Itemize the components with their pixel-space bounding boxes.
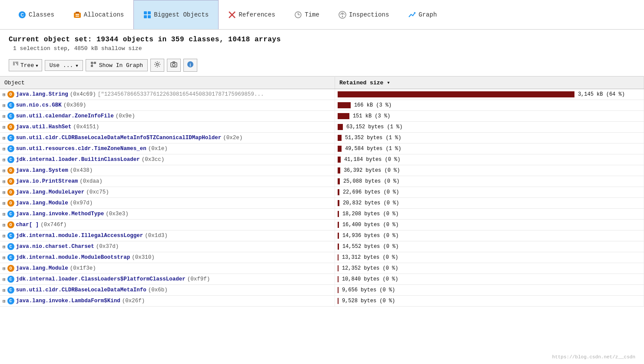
expand-icon[interactable]: ⊞	[3, 255, 6, 260]
retained-label: 10,840 bytes (0 %)	[342, 276, 398, 282]
camera-button[interactable]	[167, 59, 181, 72]
nav-allocations[interactable]: Allocations	[64, 0, 133, 29]
object-name: sun.util.cldr.CLDRBaseLocaleDataMetaInfo…	[16, 135, 222, 141]
table-row[interactable]: ⊞ Ojava.util.HashSet (0x4151)63,152 byte…	[0, 122, 644, 133]
object-type-icon: C	[7, 145, 14, 152]
svg-rect-7	[148, 11, 151, 14]
retained-bar	[338, 157, 341, 163]
view-chevron	[36, 62, 38, 69]
table-row[interactable]: ⊞ Csun.util.resources.cldr.TimeZoneNames…	[0, 144, 644, 154]
retained-label: 9,528 bytes (0 %)	[342, 298, 395, 304]
nav-inspections[interactable]: Inspections	[329, 0, 398, 29]
expand-icon[interactable]: ⊞	[3, 135, 6, 141]
table-row[interactable]: ⊞ Cjava.nio.charset.Charset (0x37d)14,55…	[0, 241, 644, 252]
settings-button[interactable]	[150, 59, 164, 72]
expand-icon[interactable]: ⊞	[3, 157, 6, 163]
table-row[interactable]: ⊞ Ojava.lang.String (0x4c69) ["123456786…	[0, 89, 644, 100]
object-name: java.util.HashSet	[16, 124, 72, 130]
view-selector[interactable]: Tree	[9, 59, 42, 71]
retained-bar	[338, 124, 343, 130]
table-row[interactable]: ⊞ Ojava.lang.System (0x438)36,392 bytes …	[0, 165, 644, 176]
expand-icon[interactable]: ⊞	[3, 146, 6, 152]
retained-bar	[338, 200, 339, 206]
nav-biggest-objects-label: Biggest Objects	[154, 11, 209, 18]
table-row[interactable]: ⊞ Csun.util.calendar.ZoneInfoFile (0x9e)…	[0, 111, 644, 122]
expand-icon[interactable]: ⊞	[3, 179, 6, 184]
retained-label: 25,088 bytes (0 %)	[343, 178, 400, 184]
inspections-icon	[339, 11, 346, 19]
object-type-icon: O	[7, 189, 14, 196]
expand-icon[interactable]: ⊞	[3, 298, 6, 304]
table-row[interactable]: ⊞ Cjdk.internal.module.ModuleBootstrap (…	[0, 252, 644, 263]
table-row[interactable]: ⊞ Cjdk.internal.module.IllegalAccessLogg…	[0, 230, 644, 241]
table-row[interactable]: ⊞ Ojava.lang.Module (0x97d)20,832 bytes …	[0, 198, 644, 209]
col-header-object: Object	[0, 77, 335, 89]
expand-icon[interactable]: ⊞	[3, 168, 6, 174]
object-type-icon: C	[7, 297, 14, 304]
object-addr: (0x3e3)	[106, 211, 129, 217]
table-row[interactable]: ⊞ Ochar[ ] (0x746f)16,400 bytes (0 %)	[0, 220, 644, 230]
expand-icon[interactable]: ⊞	[3, 233, 6, 239]
object-type-icon: O	[7, 221, 14, 228]
use-chevron	[76, 62, 78, 69]
toolbar: Tree Use ... Show In Graph	[0, 54, 644, 76]
table-row[interactable]: ⊞ Cjava.lang.invoke.MethodType (0x3e3)18…	[0, 209, 644, 220]
retained-label: 36,392 bytes (0 %)	[344, 167, 400, 174]
table-row[interactable]: ⊞ Ojava.lang.Module (0x1f3e)12,352 bytes…	[0, 263, 644, 274]
nav-classes[interactable]: C Classes	[9, 0, 64, 29]
table-row[interactable]: ⊞ Csun.util.cldr.CLDRBaseLocaleDataMetaI…	[0, 133, 644, 144]
info-button[interactable]: i	[183, 59, 197, 72]
top-nav: C Classes Allocations Biggest Objects	[0, 0, 644, 30]
table-row[interactable]: ⊞ Cjdk.internal.loader.BuiltinClassLoade…	[0, 154, 644, 165]
table-row[interactable]: ⊞ Csun.util.cldr.CLDRBaseLocaleDataMetaI…	[0, 285, 644, 296]
table-row[interactable]: ⊞ Ojava.io.PrintStream (0xdaa)25,088 byt…	[0, 176, 644, 187]
object-addr: (0x26f)	[122, 298, 145, 304]
expand-icon[interactable]: ⊞	[3, 266, 6, 271]
nav-graph[interactable]: Graph	[398, 0, 446, 29]
nav-time[interactable]: Time	[285, 0, 329, 29]
expand-icon[interactable]: ⊞	[3, 92, 6, 97]
object-addr: (0x37d)	[96, 244, 119, 250]
object-name: jdk.internal.module.ModuleBootstrap	[16, 254, 130, 260]
object-name: jdk.internal.loader.ClassLoaders$Platfor…	[16, 276, 186, 282]
object-addr: (0x4151)	[73, 124, 99, 130]
expand-icon[interactable]: ⊞	[3, 222, 6, 228]
expand-icon[interactable]: ⊞	[3, 200, 6, 206]
nav-biggest-objects[interactable]: Biggest Objects	[133, 0, 219, 29]
expand-icon[interactable]: ⊞	[3, 103, 6, 108]
expand-icon[interactable]: ⊞	[3, 277, 6, 282]
show-in-graph-label: Show In Graph	[99, 62, 143, 69]
retained-label: 41,184 bytes (0 %)	[344, 157, 401, 163]
svg-rect-26	[94, 62, 96, 64]
use-button[interactable]: Use ...	[45, 60, 83, 71]
retained-label: 16,400 bytes (0 %)	[342, 222, 399, 228]
expand-icon[interactable]: ⊞	[3, 124, 6, 130]
object-extra: ["12345678665337761226308165445083017871…	[98, 91, 264, 97]
object-addr: (0x310)	[132, 254, 155, 260]
nav-references[interactable]: References	[219, 0, 285, 29]
retained-label: 20,832 bytes (0 %)	[343, 200, 399, 206]
nav-inspections-label: Inspections	[349, 11, 389, 18]
table-row[interactable]: ⊞ Cjava.lang.invoke.LambdaForm$Kind (0x2…	[0, 296, 644, 307]
table-row[interactable]: ⊞ Cjdk.internal.loader.ClassLoaders$Plat…	[0, 274, 644, 285]
svg-rect-3	[76, 12, 79, 13]
page-header: Current object set: 19344 objects in 359…	[0, 30, 644, 54]
references-icon	[228, 11, 236, 19]
retained-bar	[338, 222, 339, 228]
expand-icon[interactable]: ⊞	[3, 244, 6, 250]
table-row[interactable]: ⊞ Csun.nio.cs.GBK (0x369)166 kB (3 %)	[0, 100, 644, 111]
expand-icon[interactable]: ⊞	[3, 211, 6, 217]
object-name: java.lang.System	[16, 167, 68, 174]
expand-icon[interactable]: ⊞	[3, 287, 6, 293]
retained-label: 151 kB (3 %)	[353, 113, 390, 119]
page-subtitle: 1 selection step, 4850 kB shallow size	[9, 45, 635, 52]
page-title: Current object set: 19344 objects in 359…	[9, 36, 635, 43]
svg-point-30	[156, 63, 159, 66]
table-row[interactable]: ⊞ Ojava.lang.ModuleLayer (0xc75)22,696 b…	[0, 187, 644, 198]
expand-icon[interactable]: ⊞	[3, 114, 6, 119]
col-header-retained[interactable]: Retained size ▾	[335, 77, 644, 89]
object-addr: (0xdaa)	[80, 178, 103, 184]
object-addr: (0x4c69)	[70, 91, 96, 97]
show-in-graph-button[interactable]: Show In Graph	[86, 59, 148, 71]
expand-icon[interactable]: ⊞	[3, 190, 6, 195]
